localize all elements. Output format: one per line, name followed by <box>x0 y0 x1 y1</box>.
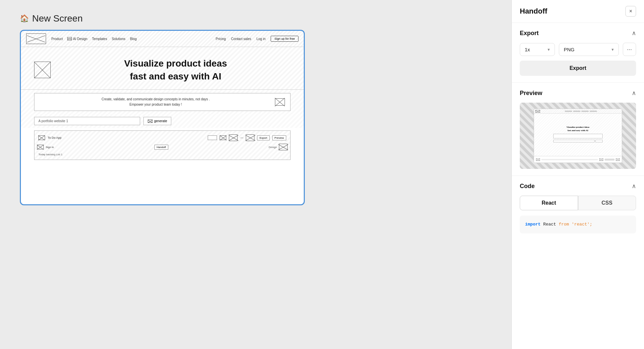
tab-css[interactable]: CSS <box>578 196 636 210</box>
export-section-header: Export ∧ <box>520 29 636 37</box>
pm-bottom-rect <box>605 159 615 161</box>
wf-nav-templates: Templates <box>92 37 107 41</box>
wf-hero-title: Visualize product ideas fast and easy wi… <box>61 57 291 83</box>
panel-close-button[interactable]: × <box>625 6 636 17</box>
wf-app-bottom-icon <box>37 145 44 149</box>
preview-chevron-icon[interactable]: ∧ <box>632 89 636 97</box>
wf-prompt-input[interactable]: A portfolio website 1 <box>34 117 140 125</box>
code-import-keyword: import <box>525 222 541 227</box>
pm-bottom-bar <box>534 156 622 163</box>
wf-app-icon-2 <box>220 135 226 140</box>
right-panel: Handoff × Export ∧ 1x ▾ PNG ▾ ··· Export <box>511 0 644 349</box>
pm-input-row <box>553 140 603 142</box>
wf-nav-ai: AI Design <box>67 37 87 41</box>
wf-navbar: Product AI Design Templates Solutions Bl… <box>21 31 304 47</box>
canvas-area: 🏠 New Screen Product AI Design Templates… <box>0 0 511 349</box>
pm-nav-dot-1 <box>565 111 572 112</box>
wf-generate-btn[interactable]: generate <box>143 117 171 125</box>
wf-sign-text: Sign in <box>46 146 54 149</box>
export-title: Export <box>520 30 539 37</box>
wf-desc-icon <box>275 98 285 106</box>
wf-nav-solutions: Solutions <box>112 37 125 41</box>
pm-title: Visualize product ideasfast and easy wit… <box>566 126 589 132</box>
wf-app-top-bar: To Do App — Export Preview <box>37 133 288 142</box>
wf-handoff-badge[interactable]: Handoff <box>154 145 168 150</box>
wf-app-bottom-lg-icon <box>279 144 288 150</box>
wf-app-rect <box>208 135 217 140</box>
pm-input <box>553 140 595 142</box>
pm-nav-dot-4 <box>590 111 597 112</box>
export-button[interactable]: Export <box>520 61 636 76</box>
export-more-button[interactable]: ··· <box>623 43 636 56</box>
wf-export-btn[interactable]: Export <box>257 135 269 140</box>
wf-nav-contact: Contact sales <box>231 37 251 41</box>
pm-logo <box>535 110 540 113</box>
scale-chevron-icon: ▾ <box>548 47 550 52</box>
wireframe-frame[interactable]: Product AI Design Templates Solutions Bl… <box>20 30 305 205</box>
export-chevron-icon[interactable]: ∧ <box>632 29 636 37</box>
wf-logo <box>26 33 46 44</box>
code-section-header: Code ∧ <box>520 182 636 190</box>
code-tabs: React CSS <box>520 196 636 210</box>
pm-bottom-icon-1 <box>536 158 540 161</box>
wf-today-text: Today backlog List 1 <box>38 153 63 156</box>
preview-section-header: Preview ∧ <box>520 89 636 97</box>
wf-nav-blog: Blog <box>130 37 137 41</box>
pm-gen-btn <box>595 140 603 142</box>
wf-app-footer-bar: Today backlog List 1 <box>37 152 288 157</box>
wf-gen-icon <box>148 120 152 123</box>
wf-preview-btn[interactable]: Preview <box>272 135 286 140</box>
wf-desc-area: Create, validate, and communicate design… <box>21 90 304 114</box>
wf-desc-box: Create, validate, and communicate design… <box>34 93 291 111</box>
panel-header: Handoff × <box>512 0 644 23</box>
export-section: Export ∧ 1x ▾ PNG ▾ ··· Export <box>512 23 644 83</box>
wf-nav-icon <box>67 37 72 40</box>
preview-title: Preview <box>520 90 542 97</box>
wf-app-title: To Do App <box>48 136 62 139</box>
wf-app-bottom: Sign in Handoff Design <box>37 144 288 150</box>
wf-signup-btn[interactable]: Sign up for free <box>271 36 298 42</box>
code-react-string: 'react'; <box>571 222 592 227</box>
wf-hero-image <box>34 62 51 78</box>
wf-hero-text: Visualize product ideas fast and easy wi… <box>61 57 291 83</box>
code-chevron-icon[interactable]: ∧ <box>632 182 636 190</box>
format-select[interactable]: PNG ▾ <box>559 43 619 56</box>
panel-title: Handoff <box>520 7 547 16</box>
screen-label: 🏠 New Screen <box>20 13 83 24</box>
code-title: Code <box>520 183 535 190</box>
code-section: Code ∧ React CSS import React from 'reac… <box>512 176 644 240</box>
pm-hero: Visualize product ideasfast and easy wit… <box>534 114 622 156</box>
pm-bottom-icon-2 <box>599 158 603 161</box>
wf-hero: Visualize product ideas fast and easy wi… <box>21 47 304 90</box>
wf-nav-login: Log in <box>256 37 265 41</box>
preview-section: Preview ∧ Visualize prod <box>512 83 644 176</box>
preview-mockup: Visualize product ideasfast and easy wit… <box>534 109 622 163</box>
tab-react[interactable]: React <box>520 196 578 210</box>
wf-desc-text: Create, validate, and communicate design… <box>40 97 272 107</box>
preview-image: Visualize product ideasfast and easy wit… <box>520 103 636 169</box>
wf-design-label: Design <box>269 146 277 149</box>
pm-nav-dot-2 <box>573 111 580 112</box>
wf-input-row: A portfolio website 1 generate <box>21 114 304 128</box>
export-controls: 1x ▾ PNG ▾ ··· <box>520 43 636 56</box>
scale-select[interactable]: 1x ▾ <box>520 43 555 56</box>
wf-app-icon-1 <box>38 135 45 140</box>
wf-nav-pricing: Pricing <box>216 37 226 41</box>
screen-title: New Screen <box>32 13 83 24</box>
wf-app-mockup: To Do App — Export Preview Sign in Hando… <box>34 130 291 160</box>
pm-nav-dot-3 <box>581 111 589 112</box>
wf-app-icon-4 <box>246 134 254 141</box>
format-chevron-icon: ▾ <box>612 47 614 52</box>
wf-app-label-2: — <box>240 136 243 139</box>
wf-nav-links: Product AI Design Templates Solutions Bl… <box>51 37 210 41</box>
code-from-keyword: from <box>559 222 569 227</box>
pm-navbar <box>534 109 622 114</box>
pm-bottom-icon-3 <box>616 158 620 161</box>
code-react-word: React <box>543 222 559 227</box>
pm-nav-dots <box>541 111 620 112</box>
pm-bottom-line <box>541 159 598 160</box>
wf-nav-product: Product <box>51 37 63 41</box>
code-block: import React from 'react'; <box>520 216 636 233</box>
preview-inner: Visualize product ideasfast and easy wit… <box>520 103 636 169</box>
wf-app-icon-3 <box>229 134 238 141</box>
